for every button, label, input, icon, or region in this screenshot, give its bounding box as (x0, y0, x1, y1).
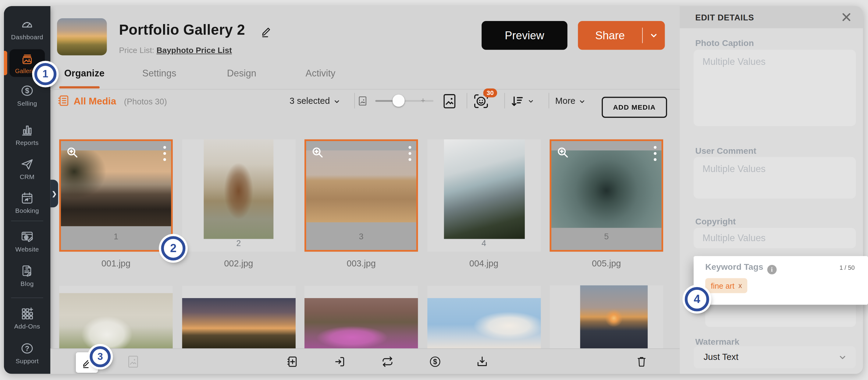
more-dropdown[interactable]: More (555, 95, 586, 108)
app-window: Dashboard Galleries $ Selling (4, 6, 863, 374)
delete-tool[interactable] (634, 354, 649, 369)
annotation-2: 2 (161, 236, 186, 261)
all-media-icon (57, 94, 70, 107)
sidebar-item-label: Selling (17, 100, 37, 107)
question-circle-icon: ? (20, 341, 34, 356)
sidebar-item-booking[interactable]: Booking (4, 191, 51, 214)
media-item-5[interactable]: 5 (550, 139, 663, 252)
item-menu-icon[interactable] (163, 146, 166, 161)
keyword-counter: 1 / 50 (839, 264, 855, 271)
media-item-7[interactable] (182, 286, 295, 348)
zoom-preview-icon[interactable] (311, 145, 325, 160)
media-item-6[interactable] (59, 286, 173, 348)
zoom-preview-icon[interactable] (556, 145, 570, 160)
tab-design[interactable]: Design (227, 68, 256, 79)
sidebar-item-addons[interactable]: Add-Ons (4, 306, 51, 330)
price-list-label: Price List: (119, 46, 155, 55)
filename: 002.jpg (182, 259, 295, 269)
zoom-preview-icon[interactable] (65, 145, 80, 160)
download-tool[interactable] (475, 354, 489, 369)
keyword-input-continuation[interactable] (705, 305, 856, 327)
repeat-icon (381, 355, 394, 369)
move-tool[interactable] (333, 354, 347, 369)
item-menu-icon[interactable] (408, 146, 411, 161)
preview-button[interactable]: Preview (482, 21, 567, 49)
sidebar-item-dashboard[interactable]: Dashboard (4, 17, 51, 40)
faces-count-badge: 30 (484, 89, 497, 97)
tab-activity[interactable]: Activity (306, 68, 336, 79)
toolbar-divider (504, 93, 505, 108)
thumbnail-size-slider[interactable]: + (375, 100, 433, 102)
info-icon[interactable]: i (767, 265, 777, 274)
photo-highland-cow (204, 139, 273, 239)
pricing-tool[interactable]: $ (428, 354, 442, 369)
copyright-input[interactable] (694, 228, 856, 248)
chevron-down-icon (579, 98, 586, 105)
sidebar-divider (11, 298, 43, 298)
photo-caption-input[interactable] (694, 49, 856, 126)
item-number: 1 (61, 232, 171, 241)
media-item-1[interactable]: 1 (59, 139, 173, 252)
add-to-gallery-tool[interactable] (285, 354, 299, 369)
sidebar-item-website[interactable]: Website (4, 230, 51, 253)
arrow-into-bracket-icon (333, 355, 346, 369)
sidebar-item-reports[interactable]: Reports (4, 123, 51, 146)
sidebar-item-support[interactable]: ? Support (4, 341, 51, 365)
user-comment-label: User Comment (695, 146, 756, 156)
share-label: Share (578, 29, 642, 42)
sidebar-item-label: CRM (20, 174, 35, 180)
replace-tool[interactable] (380, 354, 395, 369)
sidebar-item-selling[interactable]: $ Selling (4, 83, 51, 107)
media-item-3[interactable]: 3 (305, 139, 418, 252)
tab-settings[interactable]: Settings (142, 68, 177, 79)
share-button[interactable]: Share (578, 21, 665, 49)
chevron-down-icon[interactable] (643, 31, 665, 40)
sidebar-item-blog[interactable]: B Blog (4, 264, 51, 287)
annotation-3: 3 (90, 346, 111, 367)
keyword-tag-chip[interactable]: fine art x (705, 278, 748, 293)
price-list-row: Price List: Bayphoto Price List (119, 46, 232, 55)
media-item-8[interactable] (305, 286, 418, 348)
sidebar-collapse-toggle[interactable]: ❯ (50, 180, 58, 207)
user-comment-input[interactable] (694, 157, 856, 199)
grid-plus-icon (20, 306, 34, 321)
page-title: Portfolio Gallery 2 (119, 22, 245, 39)
keyword-tags-card: Keyword Tagsi 1 / 50 fine art x (694, 256, 868, 305)
selected-dropdown[interactable]: 3 selected (289, 95, 340, 108)
media-item-4[interactable]: 4 (427, 139, 540, 252)
filename: 003.jpg (305, 259, 418, 269)
item-number: 2 (182, 238, 295, 248)
item-menu-icon[interactable] (654, 146, 656, 161)
annotation-4: 4 (685, 287, 709, 311)
panel-title: EDIT DETAILS (695, 13, 754, 22)
media-item-10[interactable] (550, 285, 663, 348)
photo-pink-flowers (305, 298, 418, 348)
add-media-button[interactable]: ADD MEDIA (601, 97, 667, 118)
tag-remove-icon[interactable]: x (739, 282, 742, 290)
selection-toolbar: $ (50, 348, 680, 374)
chevron-down-icon (333, 98, 340, 105)
sidebar-item-crm[interactable]: CRM (4, 157, 51, 180)
price-list-link[interactable]: Bayphoto Price List (156, 46, 231, 55)
watermark-value: Just Text (704, 352, 838, 362)
gallery-cover-thumbnail[interactable] (57, 18, 107, 56)
sidebar-item-label: Booking (15, 207, 39, 214)
sidebar-item-label: Reports (16, 139, 39, 146)
edit-title-icon[interactable] (260, 25, 273, 38)
trash-icon (636, 356, 648, 368)
download-icon (475, 355, 489, 369)
gauge-icon (20, 17, 34, 31)
tabs-border (50, 89, 680, 90)
close-icon[interactable] (841, 11, 852, 23)
thumbnail-small-icon (359, 96, 367, 106)
faces-filter-button[interactable]: 30 (472, 92, 491, 111)
media-item-9[interactable] (427, 286, 540, 348)
thumbnail-large-icon (442, 94, 457, 109)
slider-knob[interactable] (393, 95, 405, 107)
media-filter-label[interactable]: All Media (74, 95, 117, 108)
watermark-select[interactable]: Just Text (694, 346, 856, 369)
tab-organize[interactable]: Organize (64, 68, 104, 79)
sort-dropdown[interactable] (509, 94, 534, 109)
media-item-2[interactable]: 2 (182, 139, 295, 252)
sidebar-item-label: Website (15, 246, 39, 253)
